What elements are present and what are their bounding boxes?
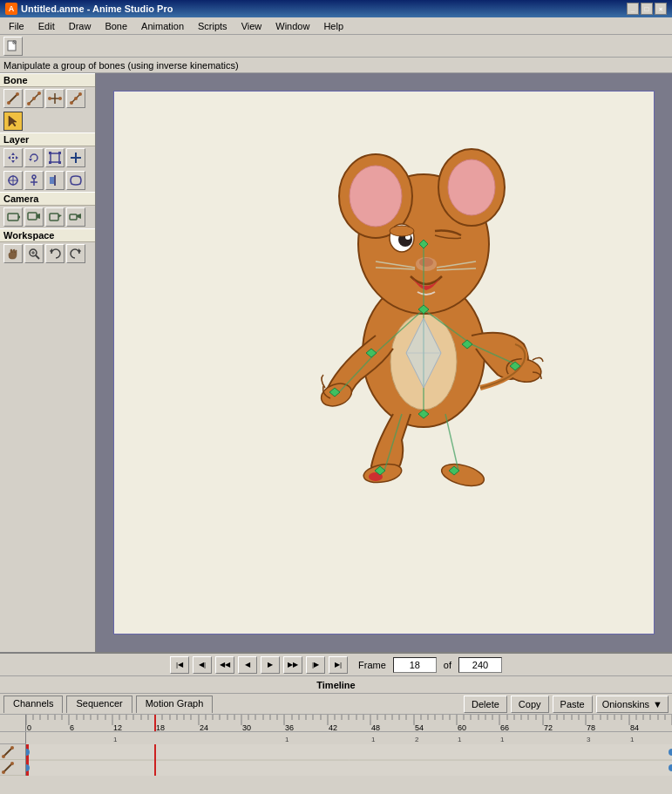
jerry-character — [288, 118, 550, 492]
play-back-button[interactable]: ◀ — [238, 656, 257, 674]
menu-file[interactable]: File — [2, 19, 31, 33]
cam-pan-tool[interactable] — [3, 207, 23, 227]
menu-animation[interactable]: Animation — [134, 19, 191, 33]
svg-line-97 — [3, 748, 12, 757]
menu-window[interactable]: Window — [268, 19, 316, 33]
layer-tools-row2 — [0, 169, 95, 192]
track-labels — [0, 744, 26, 776]
cam-zoom-tool[interactable] — [24, 207, 44, 227]
svg-point-67 — [419, 258, 433, 267]
layer-move-tool[interactable] — [3, 148, 23, 167]
toolbar-new-button[interactable] — [3, 37, 23, 56]
bone-chain-tool[interactable] — [66, 89, 85, 108]
timeline-controls: Channels Sequencer Motion Graph Delete C… — [0, 694, 672, 715]
menu-view[interactable]: View — [234, 19, 269, 33]
menu-edit[interactable]: Edit — [31, 19, 62, 33]
menu-bar: File Edit Draw Bone Animation Scripts Vi… — [0, 17, 672, 35]
tools-panel: Bone Layer — [0, 73, 96, 652]
sequencer-tab[interactable]: Sequencer — [66, 696, 132, 713]
canvas-area[interactable] — [96, 73, 672, 652]
svg-line-4 — [9, 94, 17, 103]
svg-point-18 — [78, 92, 82, 96]
svg-rect-27 — [58, 152, 61, 154]
bone-section-title: Bone — [0, 73, 95, 87]
bone-transform-tool[interactable] — [3, 89, 23, 108]
bone-fk-tool[interactable] — [45, 89, 64, 108]
ws-redo-tool[interactable] — [66, 244, 85, 263]
camera-section-title: Camera — [0, 192, 95, 206]
window-title: Untitled.anme - Anime Studio Pro — [21, 3, 173, 14]
svg-rect-47 — [70, 214, 77, 220]
layer-scale-tool[interactable] — [45, 148, 64, 167]
svg-rect-39 — [50, 177, 54, 184]
main-layout: Bone Layer — [0, 73, 672, 652]
layer-section-title: Layer — [0, 132, 95, 146]
svg-point-59 — [350, 166, 402, 227]
svg-point-5 — [7, 101, 10, 105]
svg-rect-26 — [49, 152, 51, 154]
rewind-start-button[interactable]: |◀ — [170, 656, 189, 674]
step-forward-button[interactable]: ▶▶ — [283, 656, 302, 674]
menu-draw[interactable]: Draw — [62, 19, 98, 33]
delete-button[interactable]: Delete — [464, 696, 507, 713]
bone-tools-row2 — [0, 110, 95, 132]
svg-line-50 — [36, 255, 39, 259]
menu-bone[interactable]: Bone — [98, 19, 134, 33]
play-forward-button[interactable]: ▶ — [261, 656, 280, 674]
track-label-2 — [0, 760, 25, 776]
ws-hand-tool[interactable] — [3, 244, 23, 263]
toolbar-strip — [0, 35, 672, 58]
bone-ik-tool[interactable] — [24, 89, 44, 108]
ws-zoom-tool[interactable] — [24, 244, 44, 263]
track-label-1 — [0, 744, 25, 760]
cam-rotate-tool[interactable] — [45, 207, 64, 227]
forward-end-button[interactable]: ▶| — [329, 656, 348, 674]
svg-point-10 — [32, 97, 36, 100]
svg-line-84 — [445, 414, 458, 471]
timeline-header: Timeline — [0, 676, 672, 694]
svg-point-9 — [27, 102, 31, 105]
paste-button[interactable]: Paste — [553, 696, 593, 713]
step-back-button[interactable]: ◀◀ — [215, 656, 234, 674]
svg-point-17 — [74, 97, 78, 100]
minimize-button[interactable]: _ — [627, 3, 639, 15]
layer-tools-row1 — [0, 146, 95, 169]
cam-reset-tool[interactable] — [66, 207, 85, 227]
channels-tab[interactable]: Channels — [3, 696, 63, 713]
svg-marker-20 — [11, 160, 15, 163]
menu-help[interactable]: Help — [316, 19, 350, 33]
layer-translate-tool[interactable] — [3, 171, 23, 190]
close-button[interactable]: × — [655, 3, 667, 15]
layer-warp-tool[interactable] — [66, 171, 85, 190]
svg-rect-28 — [49, 161, 51, 164]
prev-key-button[interactable]: ◀| — [193, 656, 212, 674]
layer-rotate-tool[interactable] — [24, 148, 44, 167]
app-icon: A — [5, 3, 17, 15]
maximize-button[interactable]: □ — [641, 3, 653, 15]
svg-marker-24 — [29, 159, 32, 161]
svg-point-65 — [390, 226, 414, 236]
svg-rect-45 — [50, 214, 58, 221]
menu-scripts[interactable]: Scripts — [191, 19, 234, 33]
timeline-tracks-container — [0, 744, 672, 776]
timeline-submarks-right — [26, 732, 672, 743]
frame-label: Frame — [358, 660, 386, 670]
timeline-body — [0, 715, 672, 776]
total-frames-input[interactable] — [458, 657, 502, 673]
next-key-button[interactable]: |▶ — [306, 656, 325, 674]
copy-button[interactable]: Copy — [511, 696, 549, 713]
timeline-submarks — [0, 732, 672, 744]
layer-anchor-tool[interactable] — [24, 171, 44, 190]
current-frame-input[interactable] — [393, 657, 437, 673]
layer-add-tool[interactable] — [66, 148, 85, 167]
timeline-title: Timeline — [316, 680, 355, 690]
onionskins-button[interactable]: Onionskins ▼ — [596, 696, 669, 713]
motion-graph-tab[interactable]: Motion Graph — [136, 696, 214, 713]
layer-flip-tool[interactable] — [45, 171, 64, 190]
svg-point-102 — [10, 762, 14, 765]
svg-point-61 — [448, 159, 495, 215]
svg-rect-23 — [12, 157, 14, 159]
ws-undo-tool[interactable] — [45, 244, 64, 263]
bone-select-tool[interactable] — [3, 112, 23, 131]
svg-marker-21 — [8, 156, 10, 159]
